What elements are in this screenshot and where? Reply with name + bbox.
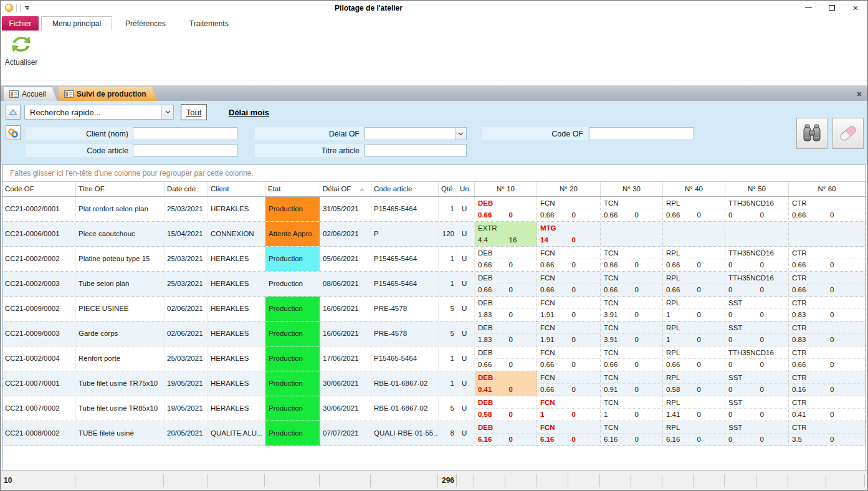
cell-titre-of: Garde corps (76, 322, 165, 346)
code-of-input[interactable] (589, 127, 694, 140)
op-name: TCN (601, 396, 662, 409)
column-header-9[interactable]: Un. (457, 182, 475, 196)
quick-access-toolbar (1, 4, 29, 12)
status-cells: 10296 (2, 474, 867, 487)
cell-unite: U (457, 247, 475, 271)
op-values: 0.660 (663, 359, 725, 371)
column-header-5[interactable]: Etat (265, 182, 320, 196)
table-row[interactable]: CC21-0002/0002Platine poteau type 1525/0… (2, 247, 866, 272)
ribbon-tab-preferences[interactable]: Préférences (115, 16, 176, 31)
close-button[interactable]: × (844, 1, 867, 15)
cell-operation-30: TCN0.660 (601, 346, 663, 371)
op-values: 6.160 (601, 434, 662, 446)
op-name: CTR (789, 322, 865, 334)
table-row[interactable]: CC21-0008/0002TUBE fileté usiné20/05/202… (2, 421, 866, 446)
column-header-4[interactable]: Client (208, 182, 265, 196)
op-name: TCN (601, 346, 662, 359)
footer-cell (694, 474, 725, 487)
column-header-11[interactable]: N° 20 (537, 182, 601, 196)
link-filters-button[interactable] (6, 125, 21, 140)
op-values: 0.660 (475, 284, 537, 296)
op-name: FCN (537, 272, 600, 284)
column-header-1[interactable]: Code OF (2, 182, 76, 196)
cell-etat: Production (265, 297, 320, 321)
op-name: TTH35NCD16 (725, 272, 788, 284)
op-name: DEB (475, 197, 537, 209)
footer-cell (826, 474, 865, 487)
op-name: DEB (475, 272, 537, 284)
column-header-8[interactable]: Qté... (439, 182, 457, 196)
cell-operation-50: SST00 (725, 322, 789, 346)
table-row[interactable]: CC21-0009/0002PIECE USINEE02/06/2021HERA… (2, 297, 866, 322)
table-row[interactable]: CC21-0002/0003Tube selon plan25/03/2021H… (2, 272, 866, 297)
column-header-13[interactable]: N° 40 (663, 182, 725, 196)
column-header-10[interactable]: N° 10 (475, 182, 537, 196)
op-values: 1.910 (537, 334, 600, 346)
op-name: CTR (789, 247, 865, 259)
collapse-panel-button[interactable] (6, 105, 21, 120)
cell-titre-of: Tube selon plan (76, 272, 165, 296)
footer-qty-total: 296 (438, 474, 457, 487)
op-name: RPL (663, 421, 725, 434)
cell-unite: U (457, 222, 475, 246)
search-button[interactable] (796, 118, 827, 149)
ribbon-tab-menu-principal[interactable]: Menu principal (41, 16, 112, 31)
link-rings-icon (7, 128, 19, 138)
cell-etat: Production (265, 247, 320, 271)
op-name: FCN (537, 247, 600, 259)
table-row[interactable]: CC21-0006/0001Piece caoutchouc15/04/2021… (2, 222, 866, 247)
cell-code-article: P15465-5464 (371, 346, 439, 371)
column-header-15[interactable]: N° 60 (789, 182, 866, 196)
delay-month-link[interactable]: Délai mois (229, 108, 269, 117)
table-row[interactable]: CC21-0009/0003Garde corps02/06/2021HERAK… (2, 322, 866, 346)
cell-operation-20: FCN1.910 (537, 297, 601, 321)
table-row[interactable]: CC21-0002/0004Renfort porte25/03/2021HER… (2, 346, 866, 371)
cell-operation-50: SST00 (725, 371, 789, 396)
cell-client: QUALITE ALU... (208, 421, 265, 446)
footer-cell (600, 474, 631, 487)
customize-toolbar-icon[interactable] (25, 6, 29, 10)
column-header-12[interactable]: N° 30 (601, 182, 663, 196)
refresh-button[interactable]: Actualiser (2, 31, 41, 80)
op-name: CTR (789, 197, 865, 209)
eraser-icon (836, 122, 860, 145)
file-menu-button[interactable]: Fichier (2, 16, 39, 31)
column-header-2[interactable]: Titre OF (76, 182, 165, 196)
table-row[interactable]: CC21-0002/0001Plat renfort selon plan25/… (2, 197, 866, 222)
ribbon-tab-traitements[interactable]: Traitements (179, 16, 239, 31)
op-name: CTR (789, 272, 865, 284)
column-header-3[interactable]: Date cde (165, 182, 208, 196)
code-of-label: Code OF (482, 127, 588, 140)
table-row[interactable]: CC21-0007/0002Tube filet usiné TR85x1019… (2, 396, 866, 421)
tab-accueil[interactable]: Accueil (4, 87, 57, 101)
chevron-down-icon[interactable] (455, 128, 466, 140)
op-values (663, 234, 725, 246)
column-header-14[interactable]: N° 50 (725, 182, 789, 196)
cell-operation-40: RPL10 (663, 297, 725, 321)
minimize-button[interactable] (796, 1, 820, 15)
titre-article-input[interactable] (365, 144, 467, 157)
quick-search-input[interactable] (25, 105, 161, 119)
cell-etat: Production (265, 272, 320, 296)
maximize-button[interactable] (820, 1, 844, 15)
tab-suivi-de-production[interactable]: Suivi de production (59, 87, 158, 101)
op-name (663, 222, 725, 234)
column-header-6[interactable]: Délai OF (320, 182, 371, 196)
op-values: 00 (725, 334, 788, 346)
show-all-button[interactable]: Tout (181, 104, 207, 120)
footer-cell (631, 474, 662, 487)
code-article-input[interactable] (133, 144, 237, 157)
clear-filters-button[interactable] (832, 118, 864, 149)
cell-delai-of: 08/06/2021 (320, 272, 371, 296)
ribbon-tab-bar: Fichier Menu principal Préférences Trait… (1, 15, 867, 31)
delai-of-combo[interactable] (365, 127, 467, 140)
column-header-7[interactable]: Code article (371, 182, 439, 196)
cell-code-article: RBE-01-6867-02 (371, 396, 439, 421)
op-name: DEB (475, 371, 537, 384)
op-values: 0.660 (537, 384, 600, 396)
tab-close-icon[interactable]: × (857, 90, 862, 98)
table-row[interactable]: CC21-0007/0001Tube filet usiné TR75x1019… (2, 371, 866, 396)
cell-date-cde: 15/04/2021 (165, 222, 208, 246)
client-input[interactable] (133, 127, 237, 140)
chevron-down-icon[interactable] (161, 105, 173, 119)
